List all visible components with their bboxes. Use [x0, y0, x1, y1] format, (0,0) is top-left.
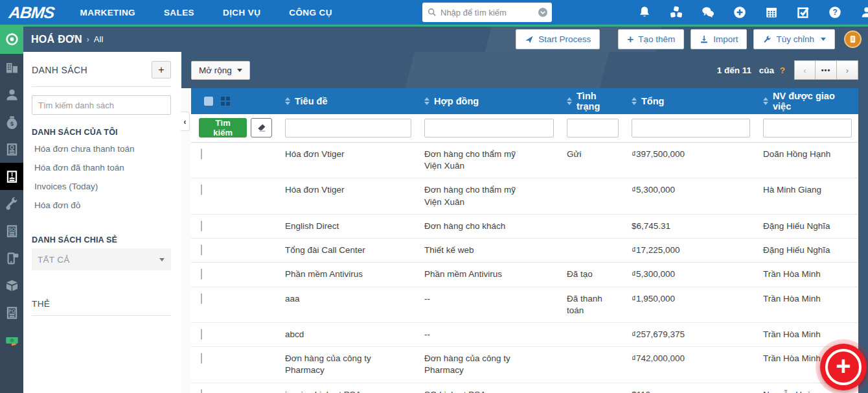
- clear-filters-button[interactable]: [251, 118, 272, 137]
- cell-title[interactable]: English Direct: [279, 215, 418, 238]
- user-icon[interactable]: [860, 6, 868, 19]
- table-row[interactable]: Tổng đài Call Center Thiết kế web ₫17,22…: [191, 239, 858, 263]
- sidebar-item-paid-invoices[interactable]: Hóa đơn đã thanh toán: [32, 158, 171, 177]
- cell-title[interactable]: invoice Liebert PSA: [279, 383, 418, 393]
- column-header-contract[interactable]: Hợp đồng: [418, 96, 560, 106]
- rail-contacts-icon[interactable]: [0, 81, 23, 108]
- filter-input-contract[interactable]: [424, 119, 554, 137]
- table-row[interactable]: invoice Liebert PSA SO Liebert PSA $110 …: [191, 383, 858, 393]
- sidebar-collapse-toggle[interactable]: ‹: [181, 112, 190, 131]
- global-search-input[interactable]: [440, 8, 538, 18]
- pagination-next-button[interactable]: ›: [837, 60, 858, 80]
- table-row[interactable]: Hóa đơn Vtiger Đơn hàng cho thẩm mỹ Viện…: [191, 178, 858, 214]
- rail-invoices-icon[interactable]: I: [0, 163, 23, 190]
- apps-icon[interactable]: [670, 6, 683, 19]
- sidebar-item-red-invoices[interactable]: Hóa đơn đỏ: [32, 196, 171, 215]
- cell-title[interactable]: abcd: [279, 323, 418, 346]
- rail-sales-orders-icon[interactable]: SO: [0, 217, 23, 244]
- rail-target-icon[interactable]: [0, 25, 23, 54]
- rail-purchase-orders-icon[interactable]: PO: [0, 299, 23, 326]
- customize-button[interactable]: Tùy chỉnh: [753, 29, 835, 49]
- search-button[interactable]: Tìm kiếm: [199, 118, 247, 137]
- cell-title[interactable]: Hóa đơn Vtiger: [279, 143, 418, 178]
- sort-icon[interactable]: [424, 97, 429, 105]
- menu-sales[interactable]: SALES: [164, 8, 194, 18]
- menu-cong-cu[interactable]: CÔNG CỤ: [289, 8, 332, 18]
- table-row[interactable]: abcd -- ₫257,679,375 Trần Hòa Minh: [191, 323, 858, 347]
- rail-products-icon[interactable]: [0, 272, 23, 299]
- pagination-prev-button[interactable]: ‹: [794, 60, 816, 80]
- table-row[interactable]: Đơn hàng của công ty Pharmacy Đơn hàng c…: [191, 347, 858, 383]
- cell-title[interactable]: Phần mềm Antivirus: [279, 263, 418, 286]
- cell-total: ₫257,679,375: [625, 323, 757, 346]
- module-header-bar: HOÁ ĐƠN › All Start Process + Tạo thêm I…: [23, 25, 868, 52]
- cell-title[interactable]: Tổng đài Call Center: [279, 239, 418, 262]
- bell-icon[interactable]: [638, 6, 651, 19]
- cell-title[interactable]: aaa: [279, 287, 418, 322]
- row-checkbox[interactable]: [201, 220, 202, 232]
- table-row[interactable]: English Direct Đơn hàng cho khách $6,745…: [191, 215, 858, 239]
- create-record-fab[interactable]: [820, 344, 867, 390]
- row-checkbox[interactable]: [201, 353, 202, 364]
- table-row[interactable]: Hóa đơn Vtiger Đơn hàng cho thẩm mỹ Viện…: [191, 143, 858, 178]
- rail-services-icon[interactable]: [0, 190, 23, 217]
- list-search-input[interactable]: [32, 95, 171, 115]
- rail-payments-icon[interactable]: [0, 326, 23, 353]
- menu-dich-vu[interactable]: DỊCH VỤ: [223, 8, 260, 18]
- breadcrumb-view[interactable]: All: [94, 34, 103, 44]
- column-header-assignee[interactable]: NV được giao việc: [757, 91, 858, 112]
- sidebar-item-unpaid-invoices[interactable]: Hóa đơn chưa thanh toán: [32, 139, 171, 158]
- help-icon[interactable]: ?: [828, 6, 841, 19]
- table-row[interactable]: Phần mềm Antivirus Phần mềm Antivirus Đã…: [191, 263, 858, 287]
- user-avatar[interactable]: [844, 30, 862, 48]
- sort-icon[interactable]: [763, 97, 768, 105]
- filter-input-assignee[interactable]: [763, 119, 852, 137]
- sort-icon[interactable]: [632, 97, 637, 105]
- my-lists-header: DANH SÁCH CỦA TÔI: [32, 128, 171, 137]
- select-all-checkbox[interactable]: [204, 97, 213, 106]
- rail-quotes-icon[interactable]: Q: [0, 136, 23, 163]
- breadcrumb-module[interactable]: HOÁ ĐƠN: [31, 34, 82, 45]
- column-header-total[interactable]: Tổng: [625, 96, 757, 106]
- plus-circle-icon[interactable]: [733, 6, 746, 19]
- cell-title[interactable]: Đơn hàng của công ty Pharmacy: [279, 347, 418, 382]
- row-checkbox[interactable]: [201, 149, 202, 160]
- tasks-icon[interactable]: [797, 6, 810, 19]
- calendar-icon[interactable]: [765, 6, 778, 19]
- shared-lists-dropdown[interactable]: TẤT CẢ: [32, 248, 171, 270]
- filter-input-title[interactable]: [285, 119, 411, 137]
- rail-sales-money-bag-icon[interactable]: $: [0, 108, 23, 136]
- row-checkbox[interactable]: [201, 268, 202, 280]
- row-checkbox[interactable]: [201, 389, 202, 393]
- menu-marketing[interactable]: MARKETING: [80, 8, 135, 18]
- grid-view-icon[interactable]: [221, 97, 230, 106]
- row-checkbox[interactable]: [201, 293, 202, 304]
- pagination-jump-button[interactable]: •••: [816, 60, 837, 80]
- filter-input-total[interactable]: [632, 119, 750, 137]
- pagination-total-count[interactable]: ?: [780, 66, 785, 75]
- wrench-icon: [762, 35, 771, 44]
- rail-organizations-icon[interactable]: [0, 54, 23, 81]
- global-search-box[interactable]: [422, 3, 552, 22]
- row-checkbox[interactable]: [201, 184, 202, 195]
- sort-icon[interactable]: [285, 97, 290, 105]
- expand-button[interactable]: Mở rộng: [191, 61, 250, 80]
- filter-input-status[interactable]: [567, 119, 619, 137]
- sort-icon[interactable]: [567, 97, 572, 105]
- start-process-button[interactable]: Start Process: [516, 29, 600, 49]
- column-header-status[interactable]: Tình trạng: [560, 91, 625, 112]
- chevron-circle-icon[interactable]: [538, 7, 548, 18]
- chat-icon[interactable]: [702, 6, 714, 19]
- sidebar-item-invoices-today[interactable]: Invoices (Today): [32, 177, 171, 196]
- import-button[interactable]: Import: [691, 29, 747, 49]
- row-checkbox[interactable]: [201, 244, 202, 256]
- table-row[interactable]: aaa -- Đã thanh toán ₫1,950,000 Trần Hòa…: [191, 287, 858, 323]
- column-header-title[interactable]: Tiêu đề: [279, 96, 418, 106]
- cell-title[interactable]: Hóa đơn Vtiger: [279, 178, 418, 213]
- app-logo[interactable]: ABMS: [8, 3, 55, 22]
- row-checkbox[interactable]: [201, 329, 202, 340]
- add-list-button[interactable]: +: [152, 61, 171, 78]
- navbar-icon-tray: ?: [638, 6, 868, 19]
- rail-phone-icon[interactable]: [0, 244, 23, 272]
- create-button[interactable]: + Tạo thêm: [618, 29, 684, 49]
